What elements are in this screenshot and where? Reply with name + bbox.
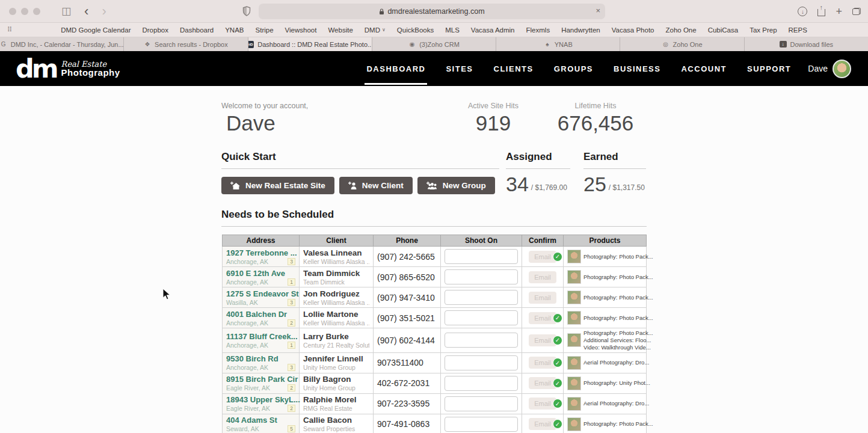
bookmark-item[interactable]: QuickBooks ∨ [397,26,434,34]
address-link[interactable]: 404 Adams St [226,416,295,425]
bookmark-item[interactable]: Tax Prep ∨ [749,26,777,34]
share-icon[interactable] [817,9,825,16]
bookmark-item[interactable]: Flexmls ∨ [526,26,550,34]
address-link[interactable]: 18943 Upper SkyL... [226,395,295,404]
bookmark-item[interactable]: Vacasa Photo ∨ [612,26,654,34]
address-link[interactable]: 1275 S Endeavor St [226,289,295,298]
browser-tab[interactable]: ◎ Zoho One [620,37,744,51]
clear-url-icon[interactable]: × [596,6,600,15]
new-client-button[interactable]: New Client [339,177,413,194]
client-cell: Ralphie Morel RMG Real Estate [300,393,374,414]
client-firm: Unity Home Group [303,384,369,392]
confirm-cell: Email ✓ [522,352,564,373]
shoot-on-input[interactable] [445,376,518,391]
email-button[interactable]: Email [529,271,556,283]
address-link[interactable]: 9530 Birch Rd [226,354,295,363]
user-avatar[interactable] [833,60,851,78]
new-tab-icon[interactable]: + [836,5,842,18]
client-firm: Keller Williams Alaska ... [303,258,369,265]
nav-item-sites[interactable]: SITES [446,51,473,86]
email-button[interactable]: Email [529,251,556,263]
nav-item-support[interactable]: SUPPORT [747,51,791,86]
bookmark-item[interactable]: DMD ∨ [365,26,386,34]
address-link[interactable]: 1927 Terrebonne ... [226,248,295,257]
nav-item-groups[interactable]: GROUPS [554,51,593,86]
browser-tab[interactable]: ❖ Search results - Dropbox [124,37,248,51]
confirm-cell: Email ✓ [522,308,564,328]
close-window-button[interactable] [9,8,16,15]
bookmark-item[interactable]: Website ∨ [328,26,352,34]
address-link[interactable]: 6910 E 12th Ave [226,269,295,278]
browser-tab[interactable]: G DMD Inc, - Calendar - Thursday, Jun... [0,37,124,51]
browser-tab[interactable]: ↓ Download files [745,37,868,51]
new-group-button[interactable]: New Group [417,177,495,194]
downloads-icon[interactable]: ↓ [798,7,807,16]
browser-tab[interactable]: HD Dashboard :: DMD Real Estate Photo... [248,37,372,51]
zoom-window-button[interactable] [33,8,40,15]
client-name: Callie Bacon [303,416,369,425]
email-button[interactable]: Email [529,334,556,346]
shoot-on-input[interactable] [445,417,518,432]
needs-scheduled-title: Needs to be Scheduled [221,209,647,227]
new-real-estate-site-button[interactable]: New Real Estate Site [221,177,334,194]
shoot-on-input[interactable] [445,269,518,284]
back-button[interactable]: ‹ [84,5,88,18]
dmd-logo[interactable]: dm Real Estate Photography [16,57,120,81]
shoot-on-input[interactable] [445,355,518,370]
client-name: Ralphie Morel [303,395,369,404]
email-button[interactable]: Email [529,357,556,369]
photographer-avatar [567,356,581,370]
browser-tab[interactable]: ♠ YNAB [496,37,620,51]
bookmark-item[interactable]: Dashboard ∨ [180,26,214,34]
shoot-on-input[interactable] [445,310,518,325]
bookmark-item[interactable]: Vacasa Admin ∨ [471,26,515,34]
address-city: Eagle River, AK [226,384,270,392]
products-cell: Photography: Photo Pack... [564,414,647,433]
nav-item-business[interactable]: BUSINESS [614,51,660,86]
bookmark-item[interactable]: Handwrytten ∨ [561,26,600,34]
bookmark-item[interactable]: REPS ∨ [789,26,807,34]
products-cell: Photography: Photo Pack... [564,267,647,287]
bookmark-item[interactable]: Zoho One ∨ [665,26,696,34]
address-link[interactable]: 8915 Birch Park Cir [226,375,295,384]
shoot-on-input[interactable] [445,396,518,411]
shoot-on-input[interactable] [445,290,518,305]
confirmed-check-icon: ✓ [553,252,562,262]
bookmark-item[interactable]: CubiCasa ∨ [708,26,739,34]
address-link[interactable]: 11137 Bluff Creek... [226,332,295,341]
sidebar-icon[interactable]: ◫ [61,6,71,16]
products-cell: Photography: Photo Pack...Additional Ser… [564,328,647,353]
shoot-on-input[interactable] [445,333,518,348]
shoot-on-input[interactable] [445,249,518,264]
bookmark-item[interactable]: YNAB ∨ [225,26,244,34]
user-menu[interactable]: Dave [808,51,851,86]
client-name: Team Dimmick [303,269,369,278]
bookmark-label: MLS [445,26,460,34]
privacy-shield-icon[interactable] [242,6,251,19]
bookmark-item[interactable]: Viewshoot ∨ [285,26,317,34]
nav-item-dashboard[interactable]: DASHBOARD [366,51,425,86]
bookmarks-list: DMD Google Calendar ∨ Dropbox ∨ Dashboar… [61,26,807,34]
tab-label: DMD Inc, - Calendar - Thursday, Jun... [11,41,124,48]
email-button[interactable]: Email [529,292,556,304]
address-cell: 6910 E 12th Ave Anchorage, AK 1 [223,267,300,287]
assigned-title: Assigned [506,151,570,169]
bookmarks-grid-icon[interactable]: ⠿ [7,26,12,34]
address-bar[interactable]: dmdrealestatemarketing.com × [259,4,605,19]
nav-item-account[interactable]: ACCOUNT [681,51,727,86]
email-button[interactable]: Email [529,418,556,430]
nav-item-clients[interactable]: CLIENTS [494,51,534,86]
photographer-avatar [567,333,581,347]
browser-tab[interactable]: ◉ (3)Zoho CRM [372,37,496,51]
minimize-window-button[interactable] [21,8,28,15]
address-link[interactable]: 4001 Balchen Dr [226,310,295,319]
bookmark-item[interactable]: Dropbox ∨ [142,26,168,34]
bookmark-item[interactable]: DMD Google Calendar ∨ [61,26,131,34]
bookmark-item[interactable]: MLS ∨ [445,26,460,34]
dashboard-content: Welcome to your account, Dave Active Sit… [0,86,868,433]
email-button[interactable]: Email [529,398,556,410]
email-button[interactable]: Email [529,377,556,389]
tab-overview-icon[interactable] [852,8,861,15]
email-button[interactable]: Email [529,312,556,324]
bookmark-item[interactable]: Stripe ∨ [256,26,274,34]
